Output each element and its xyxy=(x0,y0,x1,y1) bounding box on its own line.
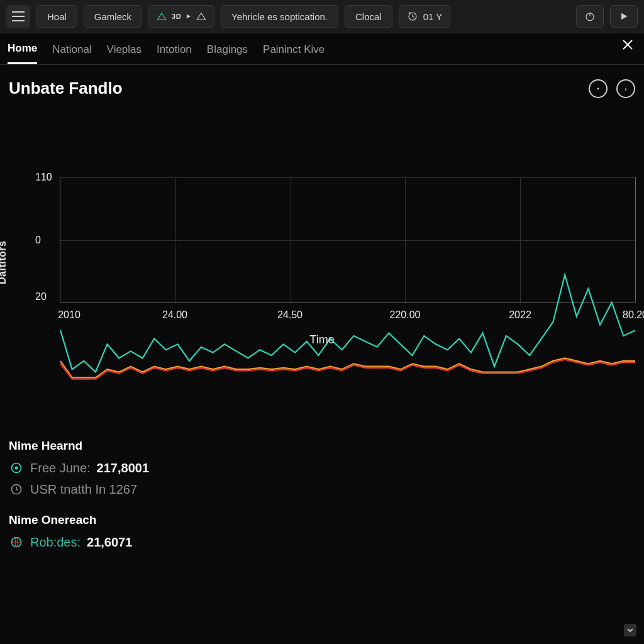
tab-intotion[interactable]: Intotion xyxy=(157,43,192,64)
toolbar-indicator-group[interactable]: 3D xyxy=(148,5,214,28)
page-title: Unbate Fandlo xyxy=(9,79,123,98)
toolbar-clocal-button[interactable]: Clocal xyxy=(345,5,392,28)
indicator-3d-label: 3D xyxy=(172,13,181,20)
chart-x-tick: 2022 xyxy=(509,309,531,321)
stat-row-robdes: Rob:des: 21,6071 xyxy=(9,535,635,550)
power-icon xyxy=(584,11,596,22)
chart-x-axis-label: Time xyxy=(309,333,334,347)
toolbar-time-button[interactable]: 01 Y xyxy=(399,5,451,28)
stats-section: Nime Hearnd Free June: 217,8001 USR tnat… xyxy=(0,397,644,550)
chart-x-tick: 80.20 xyxy=(623,309,644,321)
play-small-icon xyxy=(186,13,191,19)
svg-point-2 xyxy=(597,87,599,89)
power-button[interactable] xyxy=(576,5,604,28)
toolbar-time-label: 01 Y xyxy=(423,11,443,22)
info-icon xyxy=(621,84,631,94)
stats-heading-1: Nime Hearnd xyxy=(9,439,635,453)
chart-plot-area[interactable] xyxy=(60,177,635,303)
dot-icon xyxy=(594,85,602,92)
tab-national[interactable]: National xyxy=(52,43,91,64)
stat-label: Free June: xyxy=(30,461,91,475)
tab-bar: Home National Vieplas Intotion Blagings … xyxy=(0,33,644,65)
tab-vieplas[interactable]: Vieplas xyxy=(107,43,142,64)
close-button[interactable] xyxy=(620,37,635,55)
stat-label: Rob:des: xyxy=(30,535,80,550)
stat-value: 21,6071 xyxy=(87,535,132,550)
play-icon xyxy=(619,11,629,21)
globe-icon xyxy=(9,535,24,550)
chart-container: Daititors 110 0 20 2010 24.00 24.50 220.… xyxy=(0,171,644,397)
toolbar-gamleck-button[interactable]: Gamleck xyxy=(84,5,142,28)
coin-icon xyxy=(9,460,24,475)
toolbar-vehicle-button[interactable]: Yehricle es soptication. xyxy=(221,5,338,28)
chart-x-tick: 220.00 xyxy=(390,309,421,321)
chart-x-tick: 24.00 xyxy=(162,309,187,321)
collapse-corner-button[interactable] xyxy=(624,624,636,636)
chart-y-tick: 110 xyxy=(35,172,52,183)
toolbar-hoal-button[interactable]: Hoal xyxy=(36,5,77,28)
stat-value: 217,8001 xyxy=(97,461,149,475)
tab-paininct[interactable]: Paininct Kive xyxy=(263,43,325,64)
warning-triangle-outline-icon xyxy=(196,12,206,21)
warning-triangle-icon xyxy=(157,12,167,21)
tab-home[interactable]: Home xyxy=(8,42,37,64)
chart-series-teal xyxy=(60,275,635,372)
menu-hamburger-icon[interactable] xyxy=(6,5,30,28)
stats-heading-2: Nime Onereach xyxy=(9,513,635,527)
chart-y-tick: 20 xyxy=(35,291,47,303)
title-action-info[interactable] xyxy=(616,79,635,98)
chart-x-tick: 2010 xyxy=(58,309,80,321)
title-action-target[interactable] xyxy=(589,79,608,98)
play-button[interactable] xyxy=(610,5,638,28)
chart-y-axis-label: Daititors xyxy=(0,241,8,284)
clock-refresh-icon xyxy=(407,11,418,22)
tab-blagings[interactable]: Blagings xyxy=(207,43,248,64)
top-toolbar: Hoal Gamleck 3D Yehricle es soptication.… xyxy=(0,0,644,33)
clock-icon xyxy=(9,482,24,497)
svg-point-4 xyxy=(15,467,18,470)
stat-row-usr: USR tnatth In 1267 xyxy=(9,482,635,497)
title-row: Unbate Fandlo xyxy=(0,65,644,102)
close-icon xyxy=(620,37,635,52)
chevron-down-icon xyxy=(627,627,633,633)
chart-y-tick: 0 xyxy=(35,235,41,246)
stat-text: USR tnatth In 1267 xyxy=(30,482,137,497)
stat-row-free-june: Free June: 217,8001 xyxy=(9,460,635,475)
chart-x-tick: 24.50 xyxy=(277,309,303,321)
